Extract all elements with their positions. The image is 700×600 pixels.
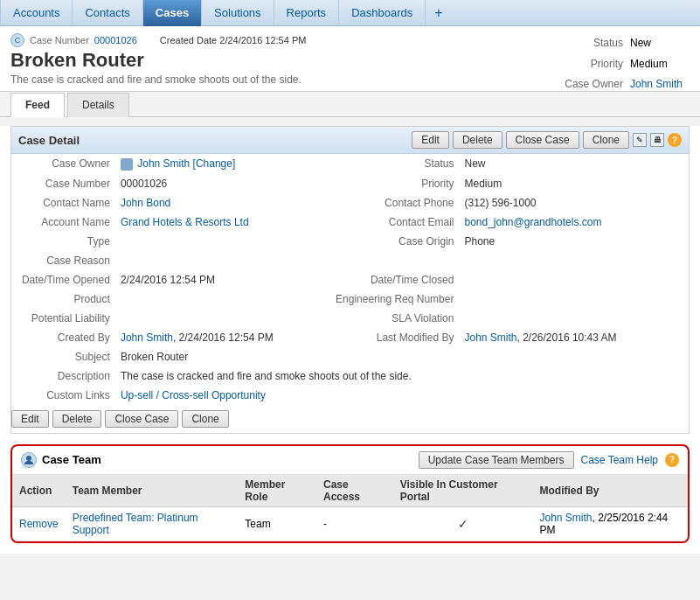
- edit-button-bottom[interactable]: Edit: [11, 410, 49, 428]
- table-row: Case Owner John Smith [Change] Status Ne…: [11, 154, 689, 174]
- nav-tab-solutions[interactable]: Solutions: [202, 0, 274, 26]
- account-name-link[interactable]: Grand Hotels & Resorts Ltd: [121, 216, 249, 228]
- potential-liability-label: Potential Liability: [11, 309, 115, 328]
- eng-req-value: [459, 290, 689, 309]
- svg-point-0: [26, 456, 31, 461]
- case-team-title-area: Case Team: [21, 452, 101, 468]
- created-by-value: John Smith, 2/24/2016 12:54 PM: [115, 328, 330, 347]
- team-table-row: Remove Predefined Team: Platinum Support…: [12, 506, 688, 541]
- bottom-toolbar: Edit Delete Close Case Clone: [11, 405, 689, 433]
- tab-feed[interactable]: Feed: [10, 93, 65, 117]
- col-action: Action: [12, 475, 66, 507]
- contact-email-link[interactable]: bond_john@grandhotels.com: [464, 216, 601, 228]
- owner-label: Case Owner: [561, 74, 627, 95]
- case-team-title: Case Team: [42, 453, 101, 466]
- case-owner-link[interactable]: John Smith: [137, 157, 190, 170]
- case-team-icon: [21, 452, 37, 468]
- priority-label-field: Priority: [330, 174, 459, 193]
- team-member-value: Predefined Team: Platinum Support: [66, 506, 239, 541]
- contact-email-value: bond_john@grandhotels.com: [459, 213, 689, 232]
- last-modified-label: Last Modified By: [330, 328, 459, 347]
- datetime-closed-value: [459, 270, 689, 290]
- case-team-table: Action Team Member Member Role Case Acce…: [12, 475, 688, 541]
- sla-violation-label: SLA Violation: [330, 309, 459, 328]
- edit-button-top[interactable]: Edit: [412, 131, 449, 149]
- close-case-button-bottom[interactable]: Close Case: [105, 410, 178, 428]
- case-team-help-icon[interactable]: ?: [665, 453, 679, 467]
- last-modified-link[interactable]: John Smith: [464, 331, 516, 344]
- created-by-date: 2/24/2016 12:54 PM: [179, 331, 274, 344]
- detail-table: Case Owner John Smith [Change] Status Ne…: [11, 154, 689, 405]
- contact-name-label: Contact Name: [11, 193, 115, 213]
- priority-label: Priority: [561, 54, 627, 75]
- col-case-access: Case Access: [316, 475, 393, 507]
- add-tab-button[interactable]: +: [426, 0, 451, 26]
- datetime-opened-value: 2/24/2016 12:54 PM: [115, 270, 330, 290]
- case-detail-header: Case Detail Edit Delete Close Case Clone…: [11, 127, 689, 154]
- tab-details[interactable]: Details: [67, 93, 129, 117]
- case-detail-section: Case Detail Edit Delete Close Case Clone…: [10, 126, 690, 434]
- priority-value: Medium: [627, 54, 686, 75]
- update-case-team-button[interactable]: Update Case Team Members: [419, 451, 574, 469]
- last-modified-date: 2/26/2016 10:43 AM: [523, 331, 616, 344]
- nav-tab-cases[interactable]: Cases: [143, 0, 202, 26]
- status-label: Status: [561, 33, 627, 54]
- custom-links-label: Custom Links: [11, 386, 115, 405]
- table-row: Case Reason: [11, 251, 689, 270]
- case-team-section: Case Team Update Case Team Members Case …: [10, 444, 690, 543]
- team-member-link[interactable]: Predefined Team: Platinum Support: [73, 512, 198, 536]
- case-team-header: Case Team Update Case Team Members Case …: [12, 446, 688, 475]
- case-team-help-link[interactable]: Case Team Help: [581, 454, 659, 466]
- clone-button-top[interactable]: Clone: [583, 131, 629, 149]
- case-number-label: Case Number: [30, 35, 89, 45]
- table-row: Potential Liability SLA Violation: [11, 309, 689, 328]
- subject-label: Subject: [11, 347, 115, 366]
- nav-tab-contacts[interactable]: Contacts: [73, 0, 142, 26]
- change-owner-link[interactable]: [Change]: [193, 157, 236, 170]
- print-icon[interactable]: 🖶: [650, 133, 664, 147]
- custom-link[interactable]: Up-sell / Cross-sell Opportunity: [121, 389, 266, 401]
- case-number-value-field: 00001026: [115, 174, 330, 193]
- case-number-link[interactable]: 00001026: [94, 35, 137, 45]
- created-by-link[interactable]: John Smith: [121, 331, 173, 344]
- contact-name-link[interactable]: John Bond: [121, 197, 170, 209]
- account-name-value: Grand Hotels & Resorts Ltd: [115, 213, 330, 232]
- delete-button-bottom[interactable]: Delete: [52, 410, 102, 428]
- owner-link[interactable]: John Smith: [630, 78, 683, 90]
- case-owner-value: John Smith [Change]: [115, 154, 330, 174]
- team-action[interactable]: Remove: [12, 506, 66, 541]
- table-row: Account Name Grand Hotels & Resorts Ltd …: [11, 213, 689, 232]
- col-team-member: Team Member: [66, 475, 239, 507]
- potential-liability-value: [115, 309, 330, 328]
- priority-value-field: Medium: [459, 174, 689, 193]
- remove-link[interactable]: Remove: [19, 518, 59, 530]
- col-member-role: Member Role: [238, 475, 316, 507]
- clone-button-bottom[interactable]: Clone: [182, 410, 228, 428]
- tabs-bar: Feed Details: [0, 92, 700, 117]
- main-content: Case Detail Edit Delete Close Case Clone…: [0, 126, 700, 554]
- empty-label: [330, 251, 459, 270]
- contact-name-value: John Bond: [115, 193, 330, 213]
- nav-tab-dashboards[interactable]: Dashboards: [339, 0, 426, 26]
- datetime-closed-label: Date/Time Closed: [330, 270, 459, 290]
- nav-tab-reports[interactable]: Reports: [274, 0, 340, 26]
- sla-violation-value: [459, 309, 689, 328]
- description-label: Description: [11, 366, 115, 386]
- table-row: Type Case Origin Phone: [11, 232, 689, 251]
- nav-tab-accounts[interactable]: Accounts: [0, 0, 73, 26]
- custom-links-value: Up-sell / Cross-sell Opportunity: [115, 386, 689, 405]
- status-panel: Status New Priority Medium Case Owner Jo…: [561, 33, 686, 95]
- case-detail-title: Case Detail: [18, 134, 80, 147]
- delete-button-top[interactable]: Delete: [453, 131, 502, 149]
- close-case-button-top[interactable]: Close Case: [506, 131, 579, 149]
- help-icon[interactable]: ?: [668, 133, 682, 147]
- product-value: [115, 290, 330, 309]
- created-by-label: Created By: [11, 328, 115, 347]
- modified-by-link[interactable]: John Smith: [540, 512, 593, 524]
- type-value: [115, 232, 330, 251]
- customize-icon[interactable]: ✎: [633, 133, 647, 147]
- case-number-label-field: Case Number: [11, 174, 115, 193]
- modified-by-value: John Smith, 2/25/2016 2:44 PM: [533, 506, 689, 541]
- status-value-field: New: [459, 154, 689, 174]
- case-origin-value: Phone: [459, 232, 689, 251]
